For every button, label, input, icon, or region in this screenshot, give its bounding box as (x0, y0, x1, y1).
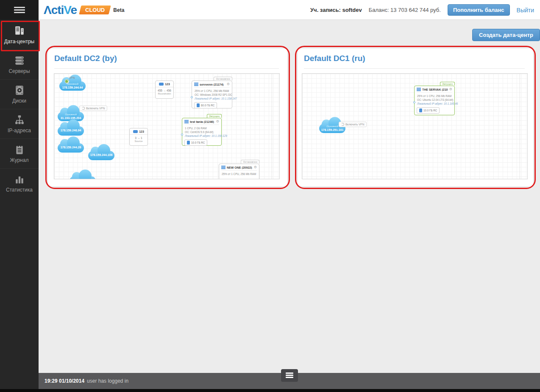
log-timestamp: 19:29 01/10/2014 (45, 378, 84, 384)
disk-icon (197, 103, 200, 107)
server-specs: 25% от 1 CPU, 256 Mb RAM (195, 89, 229, 93)
enable-vpn-label: Включить VPN (345, 123, 364, 126)
disk-label: 10.0 ГБ RC (423, 109, 437, 112)
server-os: ОС: CentOS 5.9 (64-bit) (185, 130, 219, 134)
sidebar-item-datacenters[interactable]: Дата-центры (0, 20, 39, 50)
dc-canvas[interactable]: VPN Основной178.159.244.44 Включить VPN … (54, 73, 280, 179)
cloud-sublabel: Основной (59, 83, 86, 86)
divider (304, 68, 525, 69)
server-card[interactable]: Запущен test tania (21246)⚙ 1 CPU, 2 Gb … (182, 118, 222, 146)
cloud-ip: 178.159.251.161 (319, 128, 345, 132)
server-menu-icon[interactable] (194, 83, 198, 86)
datacenter-title: Default DC2 (by) (54, 54, 117, 63)
statistics-icon (14, 174, 25, 184)
logo-text: ΛctiVe (44, 4, 77, 16)
balance-label: Баланс: 13 703 642 744 руб. (369, 7, 441, 13)
brand-logo[interactable]: ΛctiVe CLOUD Beta (44, 0, 124, 20)
sidebar-item-label: IP-адреса (8, 128, 31, 133)
gear-icon[interactable]: ⚙ (254, 166, 257, 169)
gear-icon[interactable]: ⚙ (227, 83, 230, 86)
balancer-method: Source (130, 140, 148, 142)
log-message: user has logged in (87, 378, 128, 384)
server-menu-icon[interactable] (221, 166, 225, 169)
balancer-name: 123 (139, 130, 144, 133)
sidebar-item-label: Серверы (8, 68, 30, 74)
balancer-name: 123 (165, 83, 170, 86)
disks-icon (14, 85, 25, 95)
ip-cloud[interactable]: 178.159.244.26 (58, 138, 84, 153)
cloud-ip: 178.159.244.106 (88, 153, 114, 157)
server-menu-icon[interactable] (184, 120, 189, 123)
create-datacenter-button[interactable]: Создать дата-центр (472, 29, 540, 41)
sidebar-item-journal[interactable]: Журнал (0, 139, 39, 168)
enable-vpn-button[interactable]: Включить VPN (339, 122, 367, 127)
disk-label: 60.0 ГБ RC (201, 104, 214, 107)
server-specs: 25% от 1 CPU, 256 Mb RAM (417, 94, 452, 98)
balancer-method: Roundrobin (156, 92, 173, 95)
divider (54, 68, 279, 69)
balancer-rule: 3 → 1 (130, 136, 148, 139)
balancer-rule: 455 → 456 (156, 89, 173, 92)
enable-vpn-label: Включить VPN (86, 107, 105, 110)
server-specs: 25% от 1 CPU, 256 Mb RAM (222, 172, 256, 176)
server-local-ip: Локальный IP-адрес: 10.1.158.147 (195, 97, 229, 100)
server-os: ОС: Ubuntu 12.04 LTS (64-bit) (417, 98, 452, 102)
ip-cloud[interactable]: 178.159.246.94 (58, 121, 84, 136)
balancer-icon (159, 83, 164, 86)
cloud-badge: CLOUD (79, 6, 111, 14)
ip-cloud[interactable]: 178.159.244.106 (88, 146, 114, 160)
sidebar-menu-toggle[interactable] (0, 0, 39, 20)
hamburger-icon (14, 6, 25, 14)
connection-anchor (181, 133, 183, 136)
sidebar-item-ip[interactable]: IP-адреса (0, 109, 39, 139)
cloud-sublabel: Основной (58, 113, 84, 116)
server-status-badge: Запущен (207, 114, 222, 118)
disk-button[interactable]: 60.0 ГБ RC (194, 102, 217, 108)
gear-icon[interactable]: ⚙ (216, 120, 219, 123)
sidebar-item-servers[interactable]: Серверы (0, 50, 39, 79)
vpn-toggle-icon (82, 107, 85, 110)
cloud-ip: 178.159.246.94 (58, 129, 84, 132)
sidebar-item-label: Статистика (6, 187, 33, 193)
server-local-ip: Локальный IP-адрес: 10.1.150.129 (185, 134, 219, 138)
server-status-badge: Запущен (440, 82, 455, 86)
vpn-label: VPN (69, 76, 78, 79)
balancer-card[interactable]: 123 3 → 1 Source (129, 128, 148, 146)
connection-anchor (191, 96, 193, 98)
connection-anchor (413, 101, 415, 103)
sidebar-item-statistics[interactable]: Статистика (0, 168, 39, 198)
account-label: Уч. запись: softdev (310, 7, 362, 13)
server-card[interactable]: Остановлен servvenn (21174)⚙ 25% от 1 CP… (192, 81, 232, 108)
balancer-card[interactable]: 123 455 → 456 Roundrobin (155, 81, 174, 99)
server-card[interactable]: Остановлен NEW ONE (20922)⚙ 25% от 1 CPU… (219, 164, 259, 179)
canvas-edge-line (520, 74, 520, 179)
server-specs: 1 CPU, 2 Gb RAM (185, 126, 219, 130)
server-os: ОС: Windows 2008 R2 SP1 DC (195, 93, 229, 97)
enable-vpn-button[interactable]: Включить VPN (79, 106, 107, 111)
server-card[interactable]: Запущен THE SERVAK (21078)⚙ 25% от 1 CPU… (414, 86, 455, 115)
ip-addresses-icon (14, 115, 25, 125)
server-name: servvenn (21174) (200, 83, 225, 86)
ip-cloud[interactable] (70, 171, 96, 179)
cloud-shape (70, 176, 96, 179)
disk-button[interactable]: 10.0 ГБ RC (184, 139, 207, 146)
log-panel-toggle[interactable] (281, 369, 298, 382)
disk-icon (187, 141, 190, 145)
vpn-enabled-icon (65, 79, 69, 83)
sidebar-item-disks[interactable]: Диски (0, 79, 39, 109)
disk-button[interactable]: 10.0 ГБ RC (417, 107, 440, 114)
hamburger-icon (286, 373, 293, 378)
cloud-ip: 31.193.195.204 (58, 117, 84, 120)
server-name: THE SERVAK (21078) (422, 88, 448, 91)
sidebar: Дата-центры Серверы Диски IP-адреса Журн… (0, 0, 39, 389)
dc-canvas[interactable]: Запущен THE SERVAK (21078)⚙ 25% от 1 CPU… (302, 73, 528, 179)
topup-balance-button[interactable]: Пополнить баланс (448, 4, 510, 16)
sidebar-item-label: Диски (12, 98, 26, 104)
journal-icon (14, 145, 25, 155)
cloud-ip: 178.159.244.44 (59, 86, 86, 89)
sidebar-item-label: Журнал (10, 157, 29, 163)
server-menu-icon[interactable] (417, 88, 421, 91)
logout-link[interactable]: Выйти (517, 7, 534, 14)
bottom-edge (0, 389, 540, 392)
gear-icon[interactable]: ⚙ (449, 88, 452, 91)
